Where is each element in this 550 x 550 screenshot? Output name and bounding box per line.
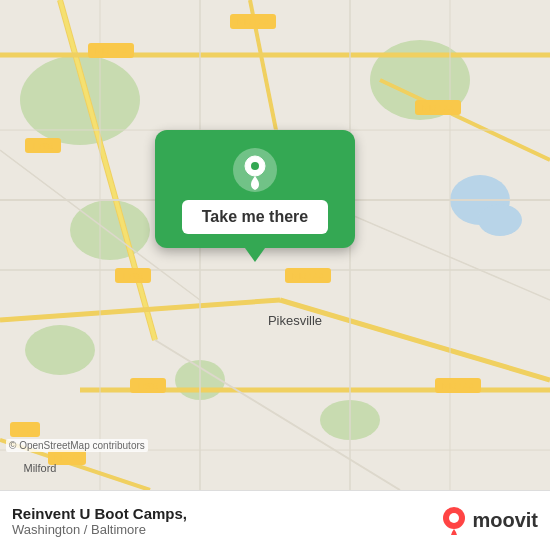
bottom-bar: Reinvent U Boot Camps, Washington / Balt… — [0, 490, 550, 550]
svg-text:MD 140: MD 140 — [95, 46, 127, 56]
location-name: Reinvent U Boot Camps, — [12, 505, 440, 522]
svg-text:MD 26: MD 26 — [54, 453, 81, 463]
svg-text:Milford: Milford — [23, 462, 56, 474]
svg-point-8 — [478, 204, 522, 236]
svg-text:MD 130: MD 130 — [237, 17, 269, 27]
svg-point-53 — [251, 162, 259, 170]
svg-text:I 695: I 695 — [138, 381, 158, 391]
moovit-brand-text: moovit — [472, 509, 538, 532]
copyright-text: © OpenStreetMap contributors — [6, 439, 148, 452]
location-subtitle: Washington / Baltimore — [12, 522, 440, 537]
svg-text:I 795: I 795 — [33, 141, 53, 151]
svg-text:MD 140: MD 140 — [442, 381, 474, 391]
take-me-there-button[interactable]: Take me there — [182, 200, 328, 234]
moovit-logo: moovit — [440, 507, 538, 535]
svg-point-4 — [70, 200, 150, 260]
popup-card: Take me there — [155, 130, 355, 248]
moovit-pin-icon — [440, 507, 468, 535]
svg-point-5 — [25, 325, 95, 375]
svg-text:I 26: I 26 — [17, 425, 32, 435]
svg-text:I 795: I 795 — [123, 271, 143, 281]
map-container: MD 140 MD 130 MD 133 I 795 I 795 I 695 M… — [0, 0, 550, 490]
location-pin-icon — [233, 148, 277, 192]
svg-text:MD 133: MD 133 — [422, 103, 454, 113]
svg-text:Pikesville: Pikesville — [268, 313, 322, 328]
svg-point-55 — [449, 513, 459, 523]
svg-text:MD 140: MD 140 — [292, 271, 324, 281]
